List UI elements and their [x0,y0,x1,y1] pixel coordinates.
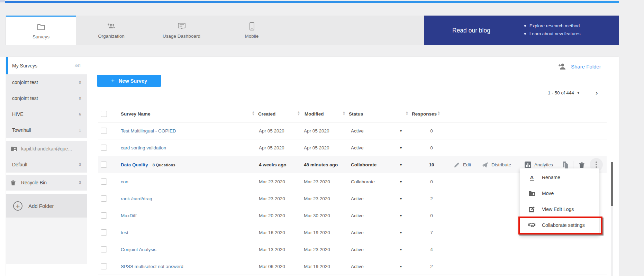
column-header-modified[interactable]: Modified [305,105,324,122]
responses-cell: 2 [422,258,441,275]
folder-count: 0 [79,80,81,84]
row-checkbox[interactable] [101,195,107,202]
row-checkbox[interactable] [101,246,107,252]
sort-toggle-icon[interactable]: ▲▼ [405,111,409,116]
responses-cell: 4 [422,241,441,258]
edit-button[interactable]: Edit [454,156,471,173]
sidebar-item-recycle-bin[interactable]: Recycle Bin3 [6,175,87,191]
folders-sidebar: My Surveys441conjoint test0conjoint test… [6,57,87,276]
share-folder-button[interactable]: Share Folder [557,63,601,70]
survey-name-link[interactable]: con [121,179,128,184]
promo-bullet: Learn about new features [524,31,580,36]
folder-label: Recycle Bin [21,180,47,185]
folder-count: 6 [79,112,81,116]
table-row: Test Multilingual - COPIED Apr 05 2020 A… [98,122,607,139]
pagination-range-selector[interactable]: 1 - 50 of 444 ▾ [548,90,579,95]
row-checkbox[interactable] [101,128,107,134]
sidebar-item-conjoint-test[interactable]: conjoint test0 [6,74,87,90]
column-header-survey-name[interactable]: Survey Name [121,105,151,122]
caret-down-icon: ▾ [578,91,579,95]
actions-divider [573,161,573,169]
sort-toggle-icon[interactable]: ▲▼ [252,111,255,116]
read-our-blog-link[interactable]: Read our blog [452,16,490,45]
blog-promo-banner[interactable]: Read our blog Explore research methodLea… [424,16,619,45]
promo-bullet-text: Explore research method [529,23,580,28]
tab-mobile[interactable]: Mobile [217,16,287,45]
row-checkbox[interactable] [101,229,107,236]
modified-cell: Mar 30 2020 [304,207,330,224]
row-checkbox[interactable] [101,263,107,269]
new-survey-button[interactable]: + New Survey [97,75,161,87]
folder-count: 441 [75,64,81,68]
sidebar-item-default[interactable]: Default3 [6,157,87,173]
distribute-button[interactable]: Distribute [481,156,511,173]
column-header-status[interactable]: Status [349,105,363,122]
survey-name-link[interactable]: card sorting validation [121,145,166,150]
sidebar-item-hive[interactable]: HIVE6 [6,106,87,122]
column-header-responses[interactable]: Responses [412,105,437,122]
sidebar-item-townhall[interactable]: Townhall1 [6,122,87,138]
survey-name-link[interactable]: test [121,230,128,235]
status-dropdown-caret[interactable]: ▾ [400,139,402,156]
organization-icon [107,22,116,30]
folder-label: My Surveys [12,63,37,68]
tab-surveys[interactable]: Surveys [6,16,76,45]
menu-item-rename[interactable]: ARename [520,169,599,185]
menu-item-move[interactable]: Move [520,185,599,201]
select-all-checkbox[interactable] [101,111,107,117]
created-cell: Apr 05 2020 [259,139,284,156]
created-cell: Apr 05 2020 [259,122,284,139]
status-dropdown-caret[interactable]: ▾ [400,207,402,224]
responses-cell: 0 [422,207,441,224]
status-dropdown-caret[interactable]: ▾ [400,190,402,207]
status-dropdown-caret[interactable]: ▾ [400,241,402,258]
row-checkbox[interactable] [101,212,107,219]
responses-cell: 2 [422,190,441,207]
sidebar-fill [6,218,87,264]
menu-item-label: Rename [542,175,560,180]
folder-label: Default [12,162,27,167]
folder-count: 3 [79,163,81,167]
status-dropdown-caret[interactable]: ▾ [400,173,402,190]
status-dropdown-caret[interactable]: ▾ [400,224,402,241]
promo-bullet: Explore research method [524,23,580,28]
bar-chart-icon [525,162,531,168]
plus-icon: + [111,77,115,84]
sort-toggle-icon[interactable]: ▲▼ [342,111,346,116]
status-cell: Collaborate [351,173,375,190]
row-checkbox[interactable] [101,178,107,185]
add-folder-button[interactable]: +Add Folder [6,194,87,218]
survey-name-link[interactable]: Test Multilingual - COPIED [121,128,176,134]
survey-name-link[interactable]: MaxDiff [121,213,137,218]
table-scrollbar[interactable] [611,162,613,276]
view-edit-logs-icon [528,206,536,213]
folder-count: 3 [79,181,81,185]
survey-name-link[interactable]: Conjoint Analysis [121,247,156,252]
top-accent-bar [5,1,644,3]
survey-name-link[interactable]: rank /card/drag [121,196,152,201]
tab-usage-dashboard[interactable]: Usage Dashboard [146,16,217,45]
sort-toggle-icon[interactable]: ▲▼ [297,111,300,116]
modified-cell: Mar 19 2020 [304,224,330,241]
status-cell: Active [351,207,364,224]
folder-count: 1 [79,128,81,132]
table-header-row: Survey NameCreatedModifiedStatusResponse… [98,105,607,122]
status-dropdown-caret[interactable]: ▾ [400,258,402,275]
next-page-button[interactable]: › [595,89,598,97]
edit-label: Edit [463,162,471,167]
sidebar-item-conjoint-test[interactable]: conjoint test0 [6,90,87,106]
sort-toggle-icon[interactable]: ▲▼ [437,111,441,116]
status-cell: Active [351,190,364,207]
status-dropdown-caret[interactable]: ▾ [400,122,402,139]
menu-item-view-edit-logs[interactable]: View Edit Logs [520,201,599,217]
tab-organization[interactable]: Organization [76,16,146,45]
promo-bullet-list: Explore research methodLearn about new f… [524,23,580,36]
bullet-dot [524,33,526,35]
survey-name-link[interactable]: SPSS multiselect not answerd [121,264,183,269]
created-cell: Mar 13 2020 [259,241,285,258]
sidebar-item-kapil-khandekar-que[interactable]: kapil.khandekar@que... [6,141,87,157]
sidebar-item-my-surveys[interactable]: My Surveys441 [6,57,87,74]
scrollbar-thumb[interactable] [611,162,613,206]
row-checkbox[interactable] [101,145,107,151]
column-header-created[interactable]: Created [258,105,275,122]
